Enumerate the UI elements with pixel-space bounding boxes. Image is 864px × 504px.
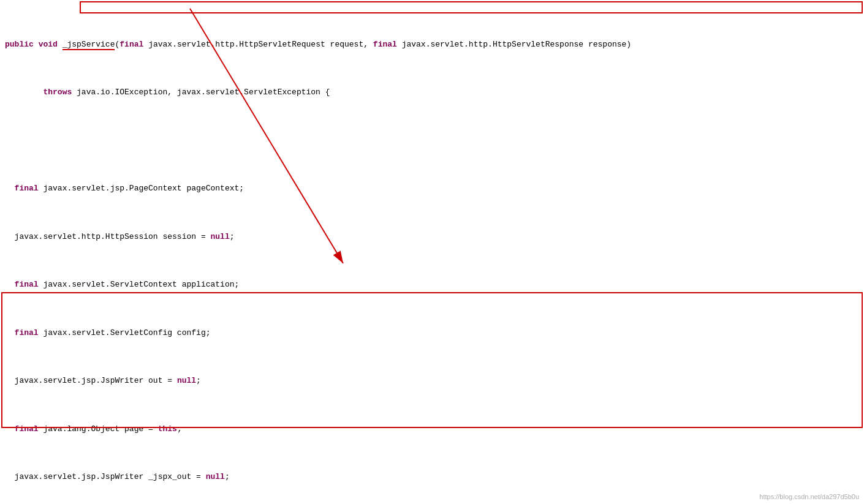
line-2: throws java.io.IOException, javax.servle… [0,86,864,99]
line-5: javax.servlet.http.HttpSession session =… [0,231,864,243]
line-1: public void _jspService(final javax.serv… [0,39,864,51]
line-8: javax.servlet.jsp.JspWriter out = null; [0,375,864,387]
code-container: public void _jspService(final javax.serv… [0,0,864,504]
code-block: public void _jspService(final javax.serv… [0,0,864,504]
line-4: final javax.servlet.jsp.PageContext page… [0,182,864,195]
line-10: javax.servlet.jsp.JspWriter _jspx_out = … [0,471,864,483]
line-6: final javax.servlet.ServletContext appli… [0,279,864,291]
line-9: final java.lang.Object page = this; [0,423,864,435]
watermark: https://blog.csdn.net/da297d5b0u [759,493,859,500]
line-3 [0,135,864,147]
line-7: final javax.servlet.ServletConfig config… [0,327,864,339]
